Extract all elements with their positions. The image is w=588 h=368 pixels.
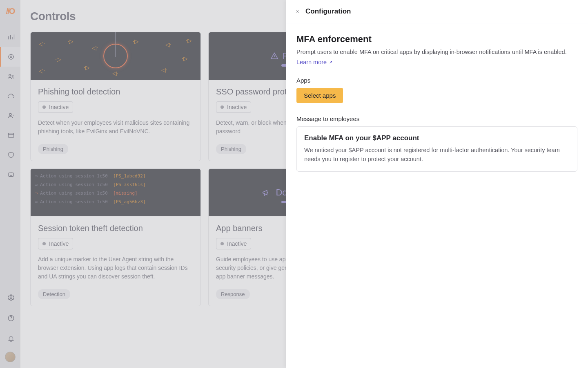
people-icon bbox=[7, 73, 15, 80]
warning-icon bbox=[270, 52, 278, 60]
config-description: Prompt users to enable MFA on critical a… bbox=[296, 48, 577, 57]
card-title: Phishing tool detection bbox=[38, 87, 193, 96]
card-title: Session token theft detection bbox=[38, 224, 193, 233]
sidebar: //O bbox=[0, 0, 20, 368]
help-icon bbox=[7, 314, 15, 322]
message-preview-title: Enable MFA on your $APP account bbox=[304, 134, 570, 142]
learn-more-link[interactable]: Learn more bbox=[296, 59, 333, 65]
tag: Phishing bbox=[38, 144, 68, 154]
sidebar-item-settings[interactable] bbox=[0, 288, 20, 307]
drawer-title: Configuration bbox=[305, 7, 351, 16]
bell-icon bbox=[7, 335, 15, 342]
control-card[interactable]: ▭ Action using session 1c50 [PS_1abcd92]… bbox=[30, 168, 201, 306]
sidebar-item-analytics[interactable] bbox=[0, 27, 20, 47]
sidebar-item-shield[interactable] bbox=[0, 145, 20, 165]
sidebar-item-cloud[interactable] bbox=[0, 86, 20, 106]
apps-section-label: Apps bbox=[296, 77, 577, 84]
sidebar-item-user-alert[interactable] bbox=[0, 106, 20, 126]
message-preview-body: We noticed your $APP account is not regi… bbox=[304, 146, 570, 164]
svg-point-1 bbox=[10, 56, 12, 58]
svg-point-3 bbox=[12, 75, 13, 76]
svg-point-4 bbox=[9, 113, 11, 115]
sidebar-item-controls[interactable] bbox=[0, 47, 20, 67]
configuration-drawer: Configuration MFA enforcement Prompt use… bbox=[286, 0, 588, 368]
tag: Response bbox=[216, 289, 250, 299]
avatar[interactable] bbox=[5, 352, 16, 362]
message-preview-box[interactable]: Enable MFA on your $APP account We notic… bbox=[296, 126, 577, 172]
sidebar-item-notifications[interactable] bbox=[0, 329, 20, 348]
sidebar-item-help[interactable] bbox=[0, 308, 20, 328]
status-text: Inactive bbox=[227, 104, 247, 110]
drawer-header: Configuration bbox=[286, 0, 588, 23]
svg-rect-6 bbox=[9, 173, 13, 177]
cloud-icon bbox=[7, 92, 15, 100]
config-title: MFA enforcement bbox=[296, 34, 577, 45]
status-dot-icon bbox=[42, 242, 46, 245]
svg-rect-5 bbox=[8, 133, 14, 138]
status-dot-icon bbox=[42, 105, 46, 109]
tag: Detection bbox=[38, 289, 70, 299]
gear-icon bbox=[7, 294, 15, 301]
close-icon[interactable] bbox=[295, 9, 300, 14]
card-illustration-phish: ◁⋅ ⋅▷ ◁⋅ ⋅▷ ◁⋅ ⋅▷ ◁⋅ ⋅▷ ◁⋅ ⋅▷ ◁⋅ ⋅▷ bbox=[31, 32, 200, 80]
card-description: Detect when your employees visit malicio… bbox=[38, 119, 193, 136]
svg-point-2 bbox=[9, 74, 11, 76]
sidebar-item-window[interactable] bbox=[0, 126, 20, 145]
select-apps-button[interactable]: Select apps bbox=[296, 88, 343, 103]
tag: Phishing bbox=[216, 144, 246, 154]
user-warn-icon bbox=[7, 112, 15, 119]
card-illustration-code: ▭ Action using session 1c50 [PS_1abcd92]… bbox=[31, 169, 200, 216]
status-dot-icon bbox=[220, 105, 224, 109]
status-badge: Inactive bbox=[216, 101, 251, 113]
sidebar-item-people[interactable] bbox=[0, 67, 20, 86]
status-badge: Inactive bbox=[216, 238, 251, 249]
status-badge: Inactive bbox=[38, 101, 73, 113]
status-badge: Inactive bbox=[38, 238, 73, 249]
sidebar-item-chatbot[interactable] bbox=[0, 165, 20, 184]
chat-bot-icon bbox=[7, 171, 15, 178]
card-description: Add a unique marker to the User Agent st… bbox=[38, 255, 193, 281]
svg-point-0 bbox=[9, 54, 13, 59]
window-icon bbox=[7, 132, 15, 139]
learn-more-label: Learn more bbox=[296, 59, 327, 65]
message-section-label: Message to employees bbox=[296, 115, 577, 122]
control-card[interactable]: ◁⋅ ⋅▷ ◁⋅ ⋅▷ ◁⋅ ⋅▷ ◁⋅ ⋅▷ ◁⋅ ⋅▷ ◁⋅ ⋅▷ Phis… bbox=[30, 32, 201, 161]
external-link-icon bbox=[328, 60, 333, 65]
logo: //O bbox=[6, 7, 15, 16]
target-icon bbox=[7, 53, 15, 61]
svg-point-7 bbox=[10, 297, 12, 299]
drawer-body: MFA enforcement Prompt users to enable M… bbox=[286, 23, 588, 182]
status-text: Inactive bbox=[49, 240, 69, 247]
status-text: Inactive bbox=[49, 104, 69, 110]
megaphone-icon bbox=[262, 188, 271, 197]
shield-icon bbox=[7, 151, 15, 159]
status-dot-icon bbox=[220, 242, 224, 245]
analytics-icon bbox=[7, 34, 15, 41]
status-text: Inactive bbox=[227, 240, 247, 247]
